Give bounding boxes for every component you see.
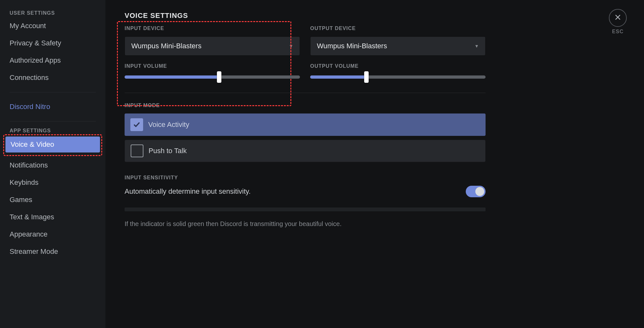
sidebar-item-label: My Account [10,22,46,30]
section-divider [125,93,486,93]
sidebar-item-my-account[interactable]: My Account [4,18,101,34]
sidebar-item-games[interactable]: Games [4,192,101,208]
sensitivity-hint: If the indicator is solid green then Dis… [125,220,486,228]
close-icon [614,14,621,22]
sidebar-item-appearance[interactable]: Appearance [4,226,101,242]
sidebar-item-keybinds[interactable]: Keybinds [4,175,101,191]
chevron-down-icon: ▼ [474,43,479,49]
sidebar-item-label: Games [10,196,32,204]
input-mode-push-to-talk[interactable]: Push to Talk [125,140,486,162]
output-volume-label: OUTPUT VOLUME [310,63,486,69]
sidebar-item-label: Appearance [10,230,48,238]
input-sensitivity-label: INPUT SENSITIVITY [125,175,486,181]
sidebar-item-label: Voice & Video [11,140,54,148]
sidebar-item-label: Connections [10,74,49,82]
select-value: Wumpus Mini-Blasters [131,42,202,50]
output-device-label: OUTPUT DEVICE [310,26,486,31]
sidebar-divider [10,92,96,92]
chevron-down-icon: ▼ [289,43,293,49]
input-device-label: INPUT DEVICE [125,26,300,31]
sidebar-item-label: Text & Images [10,213,54,221]
sidebar-item-voice-video[interactable]: Voice & Video [5,137,100,152]
output-volume-slider[interactable] [310,75,486,79]
checkbox-unchecked-icon [131,144,143,157]
settings-content: VOICE SETTINGS INPUT DEVICE Wumpus Mini-… [105,0,505,328]
slider-thumb[interactable] [364,71,369,83]
settings-sidebar: USER SETTINGS My Account Privacy & Safet… [0,0,105,328]
sensitivity-meter [125,207,486,211]
sidebar-item-authorized-apps[interactable]: Authorized Apps [4,52,101,68]
sidebar-item-notifications[interactable]: Notifications [4,157,101,173]
annotation-box-sidebar: Voice & Video [3,134,102,156]
auto-sensitivity-toggle[interactable] [466,186,486,197]
esc-label: ESC [609,29,627,35]
sidebar-header-user: USER SETTINGS [4,10,101,18]
sidebar-item-discord-nitro[interactable]: Discord Nitro [4,99,101,115]
sidebar-item-label: Keybinds [10,178,39,186]
slider-thumb[interactable] [217,71,221,83]
sidebar-item-label: Privacy & Safety [10,39,61,47]
sidebar-item-privacy[interactable]: Privacy & Safety [4,35,101,51]
select-value: Wumpus Mini-Blasters [317,42,387,50]
option-label: Voice Activity [148,121,189,129]
input-volume-slider[interactable] [125,75,300,79]
toggle-knob [475,187,484,196]
sidebar-item-streamer-mode[interactable]: Streamer Mode [4,244,101,260]
input-device-select[interactable]: Wumpus Mini-Blasters ▼ [125,36,300,56]
sidebar-item-label: Discord Nitro [10,103,50,111]
auto-sensitivity-description: Automatically determine input sensitivit… [125,187,251,196]
option-label: Push to Talk [149,147,187,155]
input-mode-label: INPUT MODE [125,103,486,108]
sidebar-item-text-images[interactable]: Text & Images [4,209,101,225]
input-volume-label: INPUT VOLUME [125,63,300,69]
close-button[interactable] [609,9,627,27]
input-mode-voice-activity[interactable]: Voice Activity [125,113,486,136]
page-title: VOICE SETTINGS [125,12,486,20]
sidebar-item-connections[interactable]: Connections [4,70,101,86]
output-device-select[interactable]: Wumpus Mini-Blasters ▼ [310,36,486,56]
sidebar-item-label: Notifications [10,161,48,169]
sidebar-item-label: Streamer Mode [10,247,58,255]
sidebar-divider [10,121,96,121]
checkbox-checked-icon [130,118,143,131]
sidebar-item-label: Authorized Apps [10,56,61,64]
